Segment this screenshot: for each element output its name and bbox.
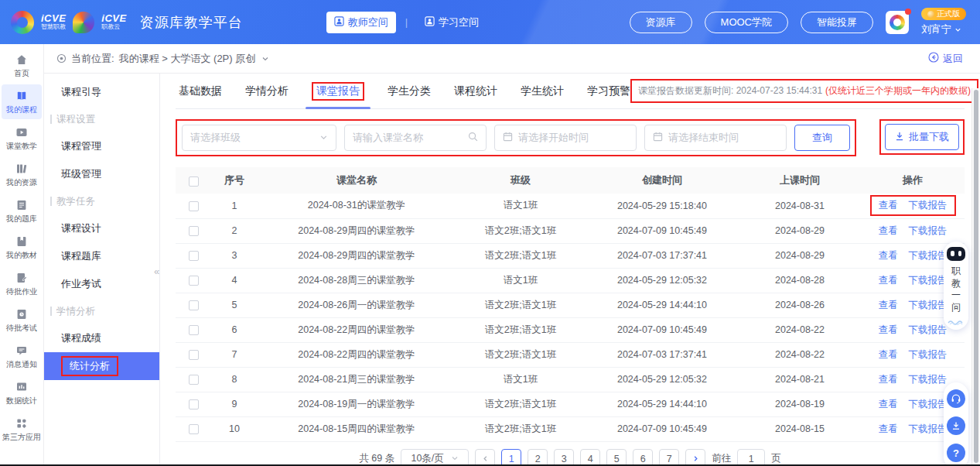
row-checkbox[interactable] (189, 226, 199, 236)
view-link[interactable]: 查看 (879, 199, 898, 212)
row-checkbox[interactable] (189, 350, 199, 360)
next-page-button[interactable] (685, 449, 705, 466)
page-button[interactable]: 6 (633, 449, 653, 466)
learning-space-link[interactable]: 学习空间 (417, 12, 487, 33)
view-link[interactable]: 查看 (879, 299, 898, 312)
teacher-space-link[interactable]: 教师空间 (326, 12, 396, 33)
sidebar-item-my-resources[interactable]: 我的资源 (2, 157, 42, 192)
cell-class-name: 2024-08-19周一的课堂教学 (258, 392, 456, 416)
mooc-academy-button[interactable]: MOOC学院 (705, 12, 788, 33)
row-checkbox[interactable] (189, 375, 199, 385)
view-link[interactable]: 查看 (879, 224, 898, 238)
cell-class-date: 2024-08-15 (739, 416, 861, 441)
end-date-input[interactable]: 请选择结束时间 (644, 125, 787, 151)
data-statistics-icon (15, 380, 28, 393)
course-nav-item[interactable]: 课程管理 (44, 132, 159, 160)
back-link[interactable]: 返回 (928, 52, 963, 66)
select-all-checkbox[interactable] (189, 176, 199, 187)
sidebar-item-pending-exams[interactable]: 待批考试 (2, 303, 42, 338)
page-size-select[interactable]: 10条/页 (401, 449, 469, 466)
row-checkbox[interactable] (189, 276, 199, 286)
download-report-link[interactable]: 下载报告 (909, 324, 948, 337)
sidebar-item-notifications[interactable]: 消息通知 (2, 339, 42, 374)
course-nav-item[interactable]: 作业考试 (44, 270, 159, 298)
chevron-down-icon[interactable] (261, 55, 269, 63)
page-button[interactable]: 2 (528, 449, 548, 466)
column-header: 创建时间 (586, 167, 739, 194)
view-link[interactable]: 查看 (879, 373, 898, 386)
page-button[interactable]: 5 (606, 449, 627, 466)
sidebar-item-third-party-apps[interactable]: 第三方应用 (2, 412, 42, 447)
view-link[interactable]: 查看 (879, 274, 898, 287)
class-select[interactable]: 请选择班级 (182, 125, 336, 151)
sidebar-item-data-statistics[interactable]: 数据统计 (2, 375, 42, 410)
row-checkbox[interactable] (189, 399, 199, 409)
scrollbar-thumb[interactable] (974, 90, 978, 463)
sidebar-item-home[interactable]: 首页 (2, 48, 42, 83)
cell-class-name: 2024-08-15周四的课堂教学 (258, 416, 456, 441)
query-button[interactable]: 查询 (794, 125, 850, 151)
view-link[interactable]: 查看 (879, 423, 898, 436)
tab-item[interactable]: 学生统计 (521, 74, 564, 108)
row-checkbox[interactable] (189, 300, 199, 310)
prev-page-button[interactable] (475, 449, 495, 466)
tab-item[interactable]: 课程统计 (454, 74, 497, 108)
course-nav-item[interactable]: 课程题库 (44, 242, 159, 270)
view-link[interactable]: 查看 (879, 249, 898, 262)
sidebar-item-textbooks[interactable]: 我的教材 (2, 230, 42, 265)
smart-cast-button[interactable]: 智能投屏 (801, 12, 873, 33)
sidebar-item-question-bank[interactable]: 我的题库 (2, 194, 42, 228)
row-actions: 查看下载报告 (879, 249, 948, 262)
course-nav-item[interactable]: 课程设计 (44, 214, 159, 242)
page-button[interactable]: 4 (580, 449, 600, 466)
class-name-input[interactable]: 请输入课堂名称 (344, 125, 487, 151)
collapse-sidebar-handle[interactable]: « (154, 266, 159, 277)
page-button[interactable]: 3 (554, 449, 574, 466)
download-report-link[interactable]: 下载报告 (909, 373, 948, 386)
avatar[interactable] (886, 11, 909, 34)
sidebar-item-my-courses[interactable]: 我的课程 (2, 84, 42, 119)
sidebar-item-classroom-teaching[interactable]: 课堂教学 (2, 121, 42, 156)
batch-download-button[interactable]: 批量下载 (885, 124, 959, 150)
download-center-button[interactable] (947, 416, 965, 435)
course-nav-item[interactable]: 课程成绩 (44, 324, 159, 352)
tab-item[interactable]: 学生分类 (388, 74, 431, 108)
batch-download-box: 批量下载 (879, 119, 965, 155)
tab-item[interactable]: 基础数据 (179, 74, 222, 108)
download-report-link[interactable]: 下载报告 (909, 348, 948, 361)
view-link[interactable]: 查看 (879, 348, 898, 361)
download-report-link[interactable]: 下载报告 (909, 199, 948, 212)
view-link[interactable]: 查看 (879, 398, 898, 411)
column-header: 班级 (456, 167, 586, 194)
assistant-widget[interactable]: 职教一问 (944, 242, 968, 330)
course-nav-item[interactable]: 班级管理 (44, 160, 159, 188)
goto-page-input[interactable]: 1 (737, 449, 765, 466)
download-report-link[interactable]: 下载报告 (909, 274, 948, 287)
page-button[interactable]: 1 (501, 449, 521, 466)
customer-service-button[interactable] (947, 389, 965, 408)
download-report-link[interactable]: 下载报告 (909, 224, 948, 238)
tab-item[interactable]: 学习预警 (587, 74, 630, 108)
row-checkbox[interactable] (189, 325, 199, 335)
course-nav-item[interactable]: 统计分析 (44, 352, 159, 380)
row-checkbox[interactable] (189, 251, 199, 261)
download-report-link[interactable]: 下载报告 (909, 398, 948, 411)
course-nav-group: 教学任务 (44, 188, 159, 214)
course-nav-item[interactable]: 课程引导 (44, 78, 159, 106)
tab-item[interactable]: 学情分析 (245, 74, 289, 108)
download-report-link[interactable]: 下载报告 (909, 423, 948, 436)
sidebar-item-pending-homework[interactable]: 待批作业 (2, 266, 42, 301)
row-checkbox[interactable] (189, 201, 199, 211)
view-link[interactable]: 查看 (879, 324, 898, 337)
tab-item[interactable]: 课堂报告 (312, 74, 364, 108)
breadcrumb-path[interactable]: 我的课程 > 大学语文 (2P) 原创 (119, 52, 256, 66)
page-button[interactable]: 7 (659, 449, 679, 466)
start-date-input[interactable]: 请选择开始时间 (494, 125, 637, 151)
resource-library-button[interactable]: 资源库 (630, 12, 692, 33)
logo1-title: iCVE (41, 13, 66, 24)
download-report-link[interactable]: 下载报告 (909, 249, 948, 262)
help-button[interactable]: ? (947, 444, 965, 462)
row-checkbox[interactable] (189, 424, 199, 434)
user-menu[interactable]: 刘宵宁 (921, 22, 961, 36)
download-report-link[interactable]: 下载报告 (909, 299, 948, 312)
